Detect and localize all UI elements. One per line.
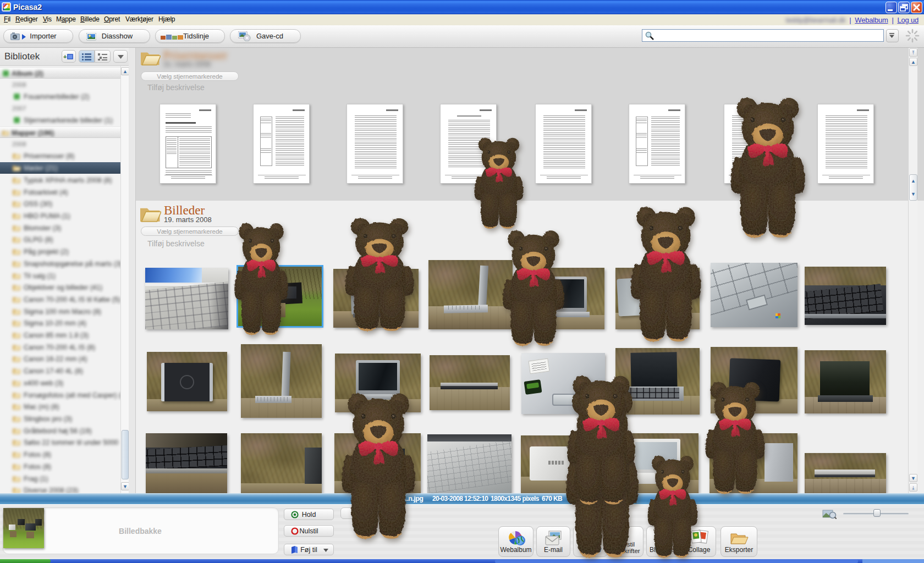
svg-text:+: + (63, 53, 67, 60)
